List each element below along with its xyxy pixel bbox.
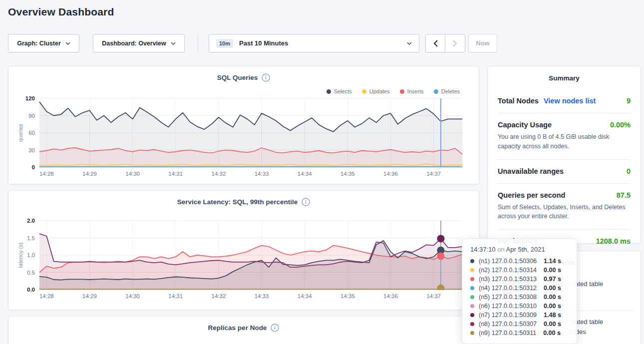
series-dot-icon — [470, 277, 474, 281]
tooltip-node-value: 1.48 s — [544, 312, 561, 319]
svg-text:120: 120 — [25, 95, 35, 101]
series-dot-icon — [470, 286, 474, 290]
tooltip-date: Apr 5th, 2021 — [506, 246, 545, 253]
summary-row-queries-per-second: Queries per second 87.5 Sum of Selects, … — [498, 184, 631, 230]
tooltip-node-label: (n4) 127.0.0.1:50312 — [479, 285, 537, 292]
time-back-button[interactable] — [425, 34, 445, 52]
svg-text:0.0: 0.0 — [27, 287, 35, 293]
svg-text:14:34: 14:34 — [298, 293, 312, 299]
graph-dropdown[interactable]: Graph: Cluster — [8, 34, 79, 52]
chevron-down-icon — [171, 42, 176, 45]
sql-chart[interactable]: 030609012014:2814:2914:3014:3114:3214:33… — [8, 66, 479, 184]
time-range-selector[interactable]: 10m Past 10 Minutes — [209, 34, 419, 52]
svg-text:14:32: 14:32 — [212, 293, 226, 299]
summary-value: 1208.0 ms — [596, 237, 631, 245]
chevron-right-icon — [453, 40, 457, 47]
summary-value: 0 — [627, 167, 631, 175]
summary-label: Total Nodes — [498, 97, 539, 105]
svg-text:1.5: 1.5 — [27, 235, 35, 241]
series-dot-icon — [470, 322, 474, 326]
tooltip-node-value: 0.00 s — [544, 285, 561, 292]
tooltip-node-label: (n3) 127.0.0.1:50313 — [479, 276, 537, 283]
svg-text:14:32: 14:32 — [212, 171, 226, 177]
chevron-left-icon — [433, 40, 438, 47]
tooltip-node-value: 0.00 s — [544, 303, 561, 310]
info-icon[interactable] — [271, 324, 279, 332]
dashboard-dropdown[interactable]: Dashboard: Overview — [93, 34, 185, 52]
overview-dashboard-page: { "app": { "title": "Overview Dashboard"… — [0, 0, 644, 344]
tooltip-row: (n4) 127.0.0.1:503120.00 s — [470, 284, 569, 293]
summary-row-capacity-usage: Capacity Usage 0.00% You are using 0 B o… — [498, 113, 631, 160]
tooltip-node-label: (n5) 127.0.0.1:50308 — [479, 294, 537, 301]
svg-text:90: 90 — [28, 113, 35, 119]
tooltip-row: (n9) 127.0.0.1:503110.00 s — [470, 329, 569, 338]
view-nodes-list-link[interactable]: View nodes list — [544, 97, 596, 105]
tooltip-row: (n3) 127.0.0.1:503130.97 s — [470, 275, 569, 284]
tooltip-node-label: (n6) 127.0.0.1:50310 — [479, 303, 537, 310]
tooltip-node-value: 0.00 s — [544, 267, 561, 274]
summary-value: 0.00% — [610, 121, 631, 129]
tooltip-node-value: 0.00 s — [544, 321, 561, 328]
page-title: Overview Dashboard — [8, 6, 114, 18]
chevron-down-icon — [407, 42, 412, 45]
svg-text:14:30: 14:30 — [125, 293, 140, 299]
sql-queries-panel: SQL Queries SelectsUpdatesInsertsDeletes… — [8, 66, 479, 184]
summary-label: Queries per second — [498, 191, 565, 199]
replicas-chart-title: Replicas per Node — [208, 324, 267, 332]
series-dot-icon — [470, 259, 474, 263]
tooltip-row: (n6) 127.0.0.1:503100.00 s — [470, 302, 569, 311]
summary-value: 87.5 — [617, 191, 631, 199]
svg-text:14:35: 14:35 — [340, 171, 355, 177]
series-dot-icon — [470, 304, 474, 308]
svg-text:14:29: 14:29 — [82, 293, 97, 299]
svg-text:14:34: 14:34 — [298, 171, 312, 177]
summary-body: Total Nodes View nodes list 9 Capacity U… — [498, 89, 631, 253]
summary-row-unavailable-ranges: Unavailable ranges 0 — [498, 160, 631, 184]
chart-hover-tooltip: 14:37:10 on Apr 5th, 2021 (n1) 127.0.0.1… — [462, 239, 577, 344]
svg-text:14:33: 14:33 — [255, 171, 269, 177]
svg-text:14:36: 14:36 — [383, 293, 398, 299]
series-dot-icon — [470, 268, 474, 272]
svg-text:2.0: 2.0 — [27, 218, 35, 224]
summary-label: Unavailable ranges — [498, 167, 564, 175]
dashboard-dropdown-label: Dashboard: Overview — [102, 40, 166, 47]
tooltip-node-value: 1.14 s — [544, 258, 561, 265]
tooltip-node-label: (n8) 127.0.0.1:50307 — [479, 321, 537, 328]
tooltip-header: 14:37:10 on Apr 5th, 2021 — [470, 246, 569, 253]
latency-chart[interactable]: 0.00.51.01.52.014:2814:2914:3014:3114:32… — [8, 191, 479, 310]
svg-text:0.5: 0.5 — [27, 270, 35, 276]
chevron-down-icon — [65, 42, 70, 45]
summary-description: You are using 0 B of 4.5 GiB usable disk… — [498, 132, 631, 151]
svg-text:14:35: 14:35 — [340, 293, 355, 299]
svg-text:14:37: 14:37 — [426, 171, 441, 177]
summary-label: Capacity Usage — [498, 121, 552, 129]
svg-text:14:33: 14:33 — [255, 293, 269, 299]
svg-text:14:28: 14:28 — [39, 171, 54, 177]
svg-text:60: 60 — [28, 130, 35, 136]
svg-text:14:28: 14:28 — [39, 293, 54, 299]
toolbar-divider — [198, 34, 198, 52]
svg-text:14:36: 14:36 — [383, 171, 398, 177]
series-dot-icon — [470, 331, 474, 335]
time-forward-button[interactable] — [445, 34, 465, 52]
tooltip-row: (n5) 127.0.0.1:503080.00 s — [470, 293, 569, 302]
tooltip-node-label: (n7) 127.0.0.1:50309 — [479, 312, 537, 319]
summary-row-total-nodes: Total Nodes View nodes list 9 — [498, 89, 631, 113]
series-dot-icon — [470, 313, 474, 317]
svg-text:30: 30 — [28, 147, 35, 153]
svg-text:1.0: 1.0 — [27, 252, 35, 258]
summary-panel: Summary Total Nodes View nodes list 9 Ca… — [487, 66, 641, 244]
tooltip-row: (n1) 127.0.0.1:503061.14 s — [470, 257, 569, 266]
tooltip-node-label: (n9) 127.0.0.1:50311 — [479, 330, 536, 337]
svg-text:14:37: 14:37 — [426, 293, 441, 299]
svg-text:14:29: 14:29 — [82, 171, 97, 177]
time-range-badge: 10m — [216, 39, 233, 48]
tooltip-node-label: (n2) 127.0.0.1:50314 — [479, 267, 537, 274]
summary-title: Summary — [488, 74, 641, 82]
replicas-chart-title-row: Replicas per Node — [8, 324, 479, 332]
tooltip-time: 14:37:10 — [470, 246, 496, 253]
svg-text:14:31: 14:31 — [168, 293, 183, 299]
tooltip-row: (n8) 127.0.0.1:503070.00 s — [470, 320, 569, 329]
time-range-label: Past 10 Minutes — [239, 39, 288, 47]
now-button[interactable]: Now — [468, 34, 497, 52]
